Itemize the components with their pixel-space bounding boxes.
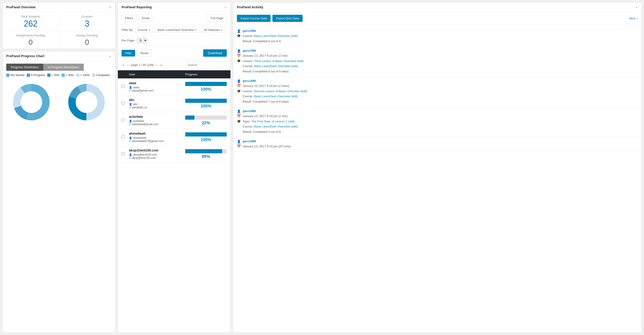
activity-result-row: 🎓 Result: Completed 5 out of 9. <box>237 130 638 134</box>
course-link[interactable]: Basic LearnDash Overview <box>254 64 290 68</box>
progress-bar-fill <box>185 115 194 120</box>
course-link[interactable]: Basic LearnDash Overview <box>254 125 290 128</box>
user-info: akop@tent100.com 👤 akop@tent100.com ✉ ak… <box>129 148 185 160</box>
course-edit-link[interactable]: (edit) <box>291 125 298 128</box>
full-page-button[interactable]: Full Page <box>207 15 227 21</box>
status-filter[interactable]: All Statuses ▼ <box>201 27 226 33</box>
chart-header: ProPanel Progress Chart ▲ <box>2 51 115 61</box>
courses-label: Courses <box>61 15 113 18</box>
user-info: abc 👤 abc ✉ abc@abc.cs <box>129 98 185 109</box>
lesson-link[interactable]: Third Lesson of Basic Overview <box>254 59 296 63</box>
filter-by-row: Filter By: Course ▼ Basic LearnDash Over… <box>118 24 230 35</box>
activity-course-text: Course: Basic LearnDash Overview (edit) <box>243 34 298 38</box>
overview-header: ProPanel Overview ▲ <box>2 2 115 12</box>
total-students-cell: Total Students 262 <box>2 12 59 31</box>
charts-row <box>2 77 115 127</box>
activity-course-text: Course: Basic LearnDash Overview (edit) <box>243 64 298 68</box>
email-button[interactable]: Email <box>138 15 153 21</box>
user-username: 👤 abc <box>129 103 185 106</box>
last-page-button[interactable]: » <box>160 63 163 67</box>
legend-lt-40: < 40% <box>62 73 74 77</box>
activity-user-link[interactable]: garu1989 <box>243 79 256 82</box>
donut-svg-2 <box>66 81 107 123</box>
course-link[interactable]: Basic LearnDash Overview <box>254 34 290 37</box>
lesson-link[interactable]: The First Topic of Lesson 2 <box>251 120 287 123</box>
progress-percentage: 100% <box>185 104 227 109</box>
activity-header: ProPanel Activity ▲ <box>233 2 642 12</box>
row-checkbox[interactable] <box>122 118 129 122</box>
activity-user-link[interactable]: garu1989 <box>243 49 256 52</box>
chart-collapse-icon[interactable]: ▲ <box>109 55 112 57</box>
progress-percentage: 22% <box>185 121 227 125</box>
lesson-link[interactable]: Second Lesson of Basic Overview <box>254 89 300 93</box>
user-name: ahmedwali <box>129 132 185 135</box>
activity-user-link[interactable]: garu1989 <box>243 109 256 113</box>
search-input[interactable] <box>185 61 227 68</box>
legend-lt-100: < 100% <box>76 73 90 77</box>
activity-lesson-row: 🎓 Lesson: Third Lesson of Basic Overview… <box>237 59 638 63</box>
export-course-button[interactable]: Export Course Data <box>237 15 270 22</box>
course-edit-link[interactable]: (edit) <box>291 34 298 37</box>
essays-cell: Essays Pending 0 <box>59 31 115 49</box>
courses-cell: Courses 3 <box>59 12 115 31</box>
assignments-label: Assignments Pending <box>5 34 56 37</box>
row-checkbox[interactable] <box>122 102 129 105</box>
activity-user-link[interactable]: garu1989 <box>243 29 256 32</box>
filters-button[interactable]: Filters <box>122 15 136 21</box>
lesson-edit-link[interactable]: (edit) <box>300 89 307 93</box>
lesson-icon: 🎓 <box>237 89 241 93</box>
progress-cell: 100% <box>185 82 227 92</box>
activity-user-link[interactable]: garu1989 <box>243 139 256 143</box>
status-arrow: ▼ <box>220 28 223 31</box>
course-edit-link[interactable]: (edit) <box>291 64 298 68</box>
legend-lt-20-label: < 20% <box>52 73 59 77</box>
activity-lesson-text: Topic: The First Topic of Lesson 2 (edit… <box>243 119 295 124</box>
course-name-filter[interactable]: Basic LearnDash Overview ▼ <box>155 27 200 33</box>
user-email: ✉ akop@tent100.com <box>129 156 185 160</box>
activity-date-row: 📅 January 13, 2017 9:19 pm (2 mins) <box>237 84 638 88</box>
activity-toolbar: Export Course Data Export Quiz Data Next… <box>233 12 642 25</box>
user-icon: 👤 <box>129 153 132 156</box>
export-quiz-button[interactable]: Export Quiz Data <box>272 15 302 22</box>
per-page-select[interactable]: 5 <box>137 37 148 43</box>
filter-button[interactable]: Filter <box>122 50 135 56</box>
calendar-icon: 📅 <box>237 114 241 118</box>
download-button[interactable]: Download <box>203 49 227 57</box>
row-checkbox[interactable] <box>122 152 129 156</box>
calendar-icon: 📅 <box>237 84 241 88</box>
activity-date-text: January 13, 2017 9:19 pm (1 min) <box>243 114 288 118</box>
course-filter[interactable]: Course ▼ <box>135 27 153 33</box>
activity-date-row: 📅 January 13, 2017 9:19 pm (1 min) <box>237 53 638 58</box>
user-info: ahmedwali 👤 ahmedwali ✉ ahmedwali27@gmai… <box>129 132 185 143</box>
user-icon: 👤 <box>237 29 241 33</box>
reporting-collapse-icon[interactable]: ▲ <box>224 6 227 8</box>
lesson-edit-link[interactable]: (edit) <box>288 120 295 123</box>
next-page-button[interactable]: › <box>155 63 158 67</box>
course-link[interactable]: Basic LearnDash Overview <box>254 94 290 98</box>
progress-bar-fill <box>185 149 222 153</box>
lesson-edit-link[interactable]: (edit) <box>297 59 304 63</box>
prev-page-button[interactable]: ‹ <box>127 63 130 67</box>
next-link[interactable]: Next » <box>629 15 638 22</box>
chart-legend: Not Started In Progress < 20% < 40% < 10… <box>2 71 115 77</box>
tab-in-progress-breakdown[interactable]: In Progress Breakdown <box>43 64 84 71</box>
legend-in-progress-label: In Progress <box>31 73 45 77</box>
row-checkbox[interactable] <box>122 85 129 88</box>
user-info: aaaa 👤 aaaa ✉ aaaa@gmail.com <box>129 81 185 92</box>
chart-tabs: Progress Distribution In Progress Breakd… <box>6 64 112 71</box>
table-header: User Progress <box>118 70 230 78</box>
course-edit-link[interactable]: (edit) <box>291 94 298 98</box>
assignments-value: 0 <box>5 38 56 46</box>
user-icon: 👤 <box>237 109 241 113</box>
row-checkbox[interactable] <box>122 135 129 139</box>
progress-distribution-chart <box>10 81 52 123</box>
progress-percentage: 89% <box>185 154 227 159</box>
activity-item: 👤 garu1989 🎓 Course: Basic LearnDash Ove… <box>233 27 642 46</box>
activity-user-row: 👤 garu1989 <box>237 49 638 53</box>
user-icon: 👤 <box>129 120 132 123</box>
activity-collapse-icon[interactable]: ▲ <box>636 6 638 8</box>
reset-button[interactable]: Reset <box>137 50 152 56</box>
first-page-button[interactable]: « <box>122 63 125 67</box>
tab-progress-distribution[interactable]: Progress Distribution <box>6 64 43 71</box>
collapse-icon[interactable]: ▲ <box>109 6 112 8</box>
